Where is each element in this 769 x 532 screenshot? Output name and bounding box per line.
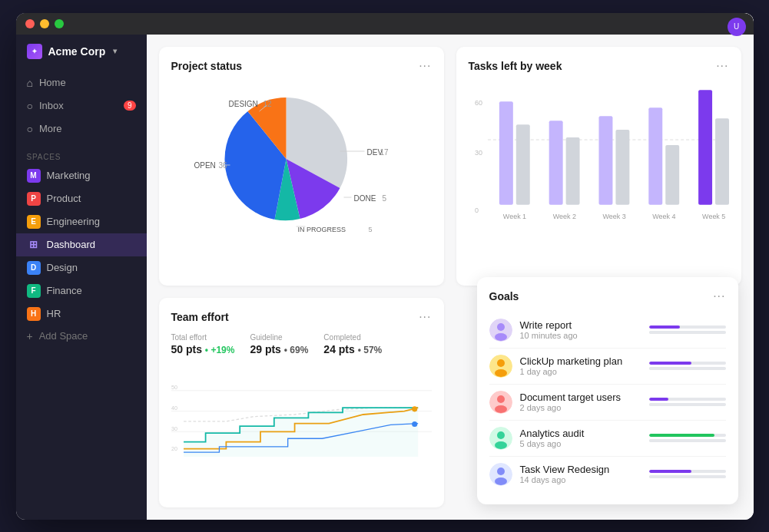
goal-progress-4 xyxy=(649,434,726,442)
goals-more[interactable]: ··· xyxy=(713,289,725,303)
design-label: DESIGN xyxy=(228,100,257,108)
sidebar-item-marketing[interactable]: M Marketing xyxy=(16,164,147,187)
title-bar: U xyxy=(16,13,754,35)
svg-point-38 xyxy=(495,477,507,485)
marketing-label: Marketing xyxy=(47,170,91,181)
sidebar-item-design[interactable]: D Design xyxy=(16,256,147,279)
tasks-more[interactable]: ··· xyxy=(716,59,728,73)
sidebar-item-more[interactable]: ○ More xyxy=(16,117,147,140)
goals-title: Goals xyxy=(489,290,519,302)
sidebar-item-inbox[interactable]: ○ Inbox 9 xyxy=(16,94,147,117)
sidebar-item-engineering[interactable]: E Engineering xyxy=(16,210,147,233)
goals-card: Goals ··· Write report 10 minutes ago Cl… xyxy=(477,277,738,504)
goal-avatar-3 xyxy=(489,391,512,414)
goal-info-4: Analytics audit 5 days ago xyxy=(520,428,641,448)
engineering-label: Engineering xyxy=(47,216,100,227)
goal-name-2: ClickUp marketing plan xyxy=(520,355,641,367)
svg-text:50: 50 xyxy=(171,385,177,391)
maximize-button[interactable] xyxy=(55,19,64,28)
sidebar-item-home[interactable]: ⌂ Home xyxy=(16,71,147,94)
stat-guideline: Guideline 29 pts • 69% xyxy=(250,333,308,355)
goal-info-3: Document target users 2 days ago xyxy=(520,392,641,412)
project-status-header: Project status ··· xyxy=(171,59,432,73)
team-effort-title: Team effort xyxy=(171,311,229,323)
goal-name-5: Task View Redesign xyxy=(520,464,641,475)
dev-value: 17 xyxy=(380,148,389,157)
svg-point-25 xyxy=(497,323,505,331)
engineering-badge: E xyxy=(27,215,41,229)
svg-text:Week 1: Week 1 xyxy=(502,212,525,220)
effort-stats: Total effort 50 pts • +19% Guideline 29 … xyxy=(171,333,432,355)
bar-w5-1 xyxy=(698,90,712,205)
svg-point-35 xyxy=(495,441,507,449)
stat-completed-label: Completed xyxy=(323,333,382,342)
minimize-button[interactable] xyxy=(40,19,49,28)
home-icon: ⌂ xyxy=(27,77,33,89)
project-status-title: Project status xyxy=(171,60,243,72)
design-label: Design xyxy=(47,262,78,273)
bar-w3-2 xyxy=(615,130,629,205)
user-avatar[interactable]: U xyxy=(728,18,746,36)
more-label: More xyxy=(39,123,62,134)
more-icon: ○ xyxy=(27,123,33,135)
svg-text:40: 40 xyxy=(171,405,177,411)
chevron-down-icon: ▾ xyxy=(113,47,117,55)
spaces-section-label: Spaces xyxy=(16,144,147,164)
sidebar-item-product[interactable]: P Product xyxy=(16,187,147,210)
line-chart: 50 40 30 20 xyxy=(171,365,432,457)
svg-point-26 xyxy=(495,333,507,341)
tasks-by-week-card: Tasks left by week ··· 60 30 0 xyxy=(456,47,741,286)
done-label: DONE xyxy=(353,194,376,203)
finance-badge: F xyxy=(27,284,41,298)
bar-chart-svg: 60 30 0 xyxy=(469,82,729,236)
goal-avatar-1 xyxy=(489,319,512,342)
pie-chart-svg: DEV 17 DONE 5 IN PROGRESS 5 OPEN 36 DESI… xyxy=(171,82,432,236)
stat-total-label: Total effort xyxy=(171,333,235,342)
bar-w4-1 xyxy=(648,107,662,205)
goal-info-2: ClickUp marketing plan 1 day ago xyxy=(520,355,641,376)
goal-item-2: ClickUp marketing plan 1 day ago xyxy=(489,349,726,385)
stat-completed: Completed 24 pts • 57% xyxy=(323,333,382,355)
bar-w2-2 xyxy=(565,137,579,205)
goal-item-4: Analytics audit 5 days ago xyxy=(489,421,726,457)
team-effort-more[interactable]: ··· xyxy=(419,310,431,324)
svg-point-37 xyxy=(497,468,505,475)
project-status-more[interactable]: ··· xyxy=(419,59,431,73)
svg-marker-23 xyxy=(184,408,418,457)
open-label: OPEN xyxy=(194,161,215,170)
design-badge: D xyxy=(27,261,41,275)
close-button[interactable] xyxy=(25,19,35,28)
bar-w1-1 xyxy=(499,101,512,205)
svg-text:30: 30 xyxy=(474,149,482,157)
finance-label: Finance xyxy=(47,285,82,296)
goal-item-1: Write report 10 minutes ago xyxy=(489,312,726,349)
sidebar-item-hr[interactable]: H HR xyxy=(16,302,147,325)
team-effort-card: Team effort ··· Total effort 50 pts • +1… xyxy=(159,298,444,507)
svg-text:0: 0 xyxy=(474,206,478,213)
marketing-badge: M xyxy=(27,169,41,183)
app-window: U ✦ Acme Corp ▾ ⌂ Home ○ Inbox 9 ○ More … xyxy=(16,13,754,520)
svg-text:Week 5: Week 5 xyxy=(702,212,725,220)
sidebar-item-dashboard[interactable]: ⊞ Dashboard xyxy=(16,233,147,256)
goal-progress-3 xyxy=(649,398,726,406)
goal-time-1: 10 minutes ago xyxy=(520,331,641,340)
plus-icon: + xyxy=(27,330,33,342)
bar-w4-2 xyxy=(665,145,679,205)
open-value: 36 xyxy=(218,161,227,170)
sidebar-item-finance[interactable]: F Finance xyxy=(16,279,147,302)
goals-header: Goals ··· xyxy=(489,289,726,303)
goal-name-3: Document target users xyxy=(520,392,641,403)
svg-point-34 xyxy=(497,431,505,439)
goal-time-2: 1 day ago xyxy=(520,367,641,376)
company-header[interactable]: ✦ Acme Corp ▾ xyxy=(16,35,147,68)
svg-text:Week 2: Week 2 xyxy=(552,212,575,220)
pie-chart-container: DEV 17 DONE 5 IN PROGRESS 5 OPEN 36 DESI… xyxy=(171,82,432,236)
company-logo: ✦ xyxy=(27,44,42,59)
product-badge: P xyxy=(27,192,41,206)
sidebar: ✦ Acme Corp ▾ ⌂ Home ○ Inbox 9 ○ More Sp… xyxy=(16,13,147,520)
goal-name-4: Analytics audit xyxy=(520,428,641,439)
done-value: 5 xyxy=(382,194,386,203)
inprogress-label: IN PROGRESS xyxy=(297,226,346,233)
svg-point-29 xyxy=(495,369,507,377)
add-space-button[interactable]: + Add Space xyxy=(16,325,147,347)
